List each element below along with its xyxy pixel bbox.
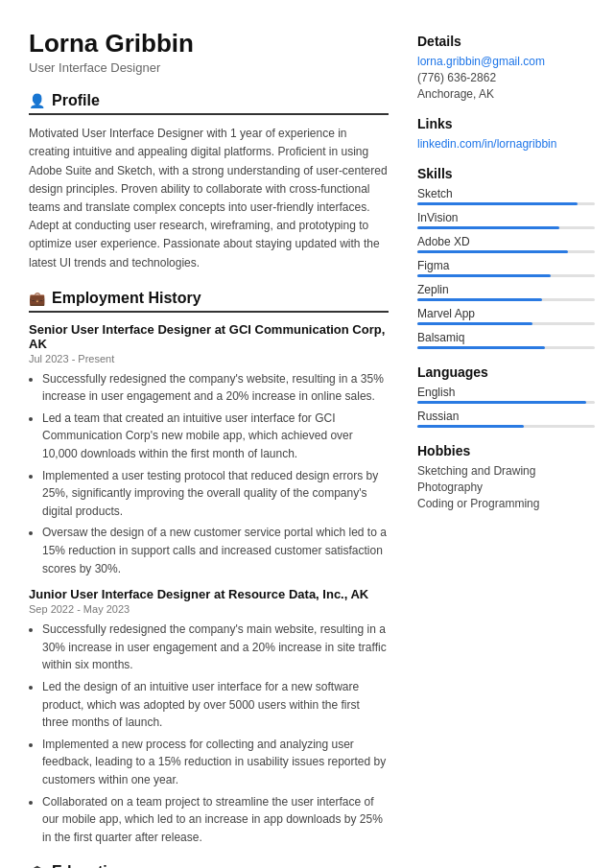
- skill-bar-fill: [417, 250, 568, 253]
- education-icon: 🎓: [29, 864, 45, 868]
- skill-bar-bg: [417, 298, 595, 301]
- skill-item: InVision: [417, 211, 595, 229]
- skill-bar-fill: [417, 346, 545, 349]
- list-item: Led the design of an intuitive user inte…: [42, 678, 389, 732]
- language-item: Russian: [417, 410, 595, 428]
- list-item: Implemented a new process for collecting…: [42, 736, 389, 789]
- left-column: Lorna Gribbin User Interface Designer 👤 …: [29, 29, 389, 868]
- skill-name: Adobe XD: [417, 235, 595, 248]
- job-2-title: Junior User Interface Designer at Resour…: [29, 587, 389, 601]
- skill-name: Zeplin: [417, 283, 595, 296]
- skill-bar-fill: [417, 202, 578, 205]
- skill-item: Figma: [417, 259, 595, 277]
- hobby-item: Photography: [417, 481, 595, 494]
- job-1-bullets: Successfully redesigned the company's we…: [29, 370, 389, 578]
- employment-icon: 💼: [29, 291, 45, 306]
- location: Anchorage, AK: [417, 87, 595, 101]
- linkedin-link[interactable]: linkedin.com/in/lornagribbin: [417, 137, 595, 151]
- skill-bar-fill: [417, 322, 532, 325]
- list-item: Collaborated on a team project to stream…: [42, 793, 389, 847]
- skill-bar-fill: [417, 298, 542, 301]
- job-1-dates: Jul 2023 - Present: [29, 353, 389, 364]
- skills-container: Sketch InVision Adobe XD Figma Zeplin: [417, 187, 595, 349]
- skills-title: Skills: [417, 166, 595, 181]
- hobbies-title: Hobbies: [417, 443, 595, 458]
- skill-name: InVision: [417, 211, 595, 224]
- phone: (776) 636-2862: [417, 71, 595, 84]
- list-item: Implemented a user testing protocol that…: [42, 467, 389, 521]
- languages-title: Languages: [417, 364, 595, 380]
- right-column: Details lorna.gribbin@gmail.com (776) 63…: [417, 29, 595, 868]
- profile-section-header: 👤 Profile: [29, 92, 389, 115]
- job-2-dates: Sep 2022 - May 2023: [29, 603, 389, 615]
- email-link[interactable]: lorna.gribbin@gmail.com: [417, 55, 595, 68]
- education-section-header: 🎓 Education: [29, 863, 389, 868]
- language-bar-fill: [417, 401, 586, 404]
- skill-name: Marvel App: [417, 307, 595, 320]
- employment-section-header: 💼 Employment History: [29, 290, 389, 313]
- skill-bar-bg: [417, 346, 595, 349]
- skill-bar-fill: [417, 274, 551, 277]
- candidate-title: User Interface Designer: [29, 60, 389, 75]
- job-1: Senior User Interface Designer at GCI Co…: [29, 322, 389, 578]
- language-bar-bg: [417, 401, 595, 404]
- list-item: Successfully redesigned the company's ma…: [42, 621, 389, 674]
- language-name: English: [417, 386, 595, 399]
- list-item: Oversaw the design of a new customer ser…: [42, 524, 389, 577]
- skill-bar-fill: [417, 226, 559, 229]
- list-item: Led a team that created an intuitive use…: [42, 410, 389, 463]
- skill-bar-bg: [417, 274, 595, 277]
- hobby-item: Sketching and Drawing: [417, 464, 595, 478]
- profile-label: Profile: [52, 92, 100, 109]
- skill-item: Marvel App: [417, 307, 595, 325]
- skill-bar-bg: [417, 250, 595, 253]
- language-bar-bg: [417, 425, 595, 428]
- skill-item: Sketch: [417, 187, 595, 205]
- hobby-item: Coding or Programming: [417, 497, 595, 510]
- skill-name: Sketch: [417, 187, 595, 200]
- profile-text: Motivated User Interface Designer with 1…: [29, 125, 389, 272]
- skill-item: Adobe XD: [417, 235, 595, 253]
- job-2: Junior User Interface Designer at Resour…: [29, 587, 389, 846]
- hobbies-container: Sketching and DrawingPhotographyCoding o…: [417, 464, 595, 510]
- list-item: Successfully redesigned the company's we…: [42, 370, 389, 406]
- skill-name: Figma: [417, 259, 595, 272]
- skill-bar-bg: [417, 202, 595, 205]
- skill-name: Balsamiq: [417, 331, 595, 344]
- skill-bar-bg: [417, 322, 595, 325]
- skill-item: Zeplin: [417, 283, 595, 301]
- language-item: English: [417, 386, 595, 404]
- links-title: Links: [417, 116, 595, 131]
- job-2-bullets: Successfully redesigned the company's ma…: [29, 621, 389, 846]
- profile-icon: 👤: [29, 93, 45, 108]
- employment-label: Employment History: [52, 290, 201, 307]
- language-name: Russian: [417, 410, 595, 423]
- education-label: Education: [52, 863, 126, 868]
- details-title: Details: [417, 34, 595, 49]
- job-1-title: Senior User Interface Designer at GCI Co…: [29, 322, 389, 351]
- candidate-name: Lorna Gribbin: [29, 29, 389, 59]
- languages-container: English Russian: [417, 386, 595, 428]
- skill-item: Balsamiq: [417, 331, 595, 349]
- language-bar-fill: [417, 425, 524, 428]
- skill-bar-bg: [417, 226, 595, 229]
- resume-page: Lorna Gribbin User Interface Designer 👤 …: [0, 0, 614, 868]
